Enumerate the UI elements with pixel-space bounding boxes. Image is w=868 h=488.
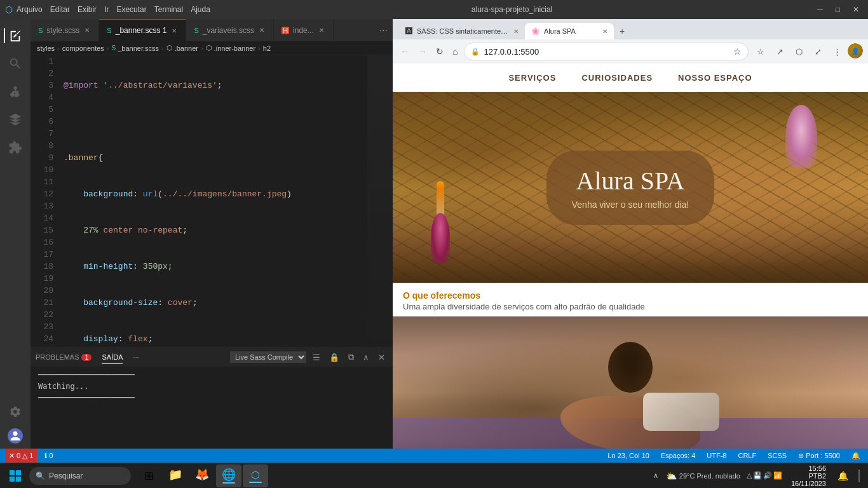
browser-tab-spa-close[interactable]: ✕	[602, 28, 607, 35]
breadcrumb-inner-banner[interactable]: ⬡ .inner-banner	[206, 44, 255, 52]
status-bell[interactable]: 🔔	[849, 452, 863, 460]
panel-list-icon[interactable]: ☰	[310, 351, 323, 363]
tab-style-scss[interactable]: S style.scss ✕	[31, 19, 99, 41]
spa-nav-servicos[interactable]: SERVIÇOS	[508, 71, 556, 85]
tray-volume-icon[interactable]: 🔊	[763, 471, 772, 480]
show-desktop-button[interactable]	[854, 464, 864, 487]
minimize-button[interactable]: ─	[813, 4, 827, 15]
error-icon: ✕	[9, 452, 15, 460]
code-editor[interactable]: 12345 678910 1112131415 1617181920 21222…	[31, 55, 393, 347]
avatar[interactable]	[8, 428, 23, 444]
panel-actions: Live Sass Compile ☰ 🔒 ⧉ ∧ ✕	[230, 351, 388, 363]
panel-collapse-icon[interactable]: ∧	[360, 351, 372, 363]
breadcrumb-banner-selector[interactable]: ⬡ .banner	[166, 44, 198, 52]
panel-lock-icon[interactable]: 🔒	[327, 351, 342, 363]
tab-close-variaveis[interactable]: ✕	[258, 26, 266, 34]
taskbar-chrome[interactable]: 🌐	[216, 464, 241, 487]
browser-new-tab-button[interactable]: +	[614, 23, 630, 39]
clock[interactable]: 15:56 PTB2 16/11/2023	[786, 464, 831, 487]
menu-edit[interactable]: Editar	[50, 5, 70, 14]
tab-banner-scss[interactable]: S _banner.scss 1 ✕	[99, 19, 186, 41]
spa-nav-nosso-espaco[interactable]: NOSSO ESPAÇO	[678, 71, 752, 85]
status-info[interactable]: ℹ 0	[42, 452, 55, 460]
notification-button[interactable]: 🔔	[832, 464, 853, 487]
address-bar[interactable]: 🔒 127.0.0.1:5500 ☆	[464, 43, 749, 60]
activity-search[interactable]	[4, 52, 27, 75]
menu-help[interactable]: Ajuda	[191, 5, 210, 14]
panel-tab-more[interactable]: ···	[133, 351, 139, 363]
address-text: 127.0.0.1:5500	[484, 47, 729, 57]
tab-close-banner[interactable]: ✕	[170, 27, 178, 35]
status-spaces[interactable]: Espaços: 4	[658, 452, 698, 459]
menu-terminal[interactable]: Terminal	[154, 5, 183, 14]
tray-show-hidden[interactable]: ∧	[653, 471, 658, 480]
spa-nav-curiosidades[interactable]: CURIOSIDADES	[581, 71, 653, 85]
browser-profile-avatar[interactable]: 👤	[848, 43, 863, 58]
code-text[interactable]: @import '../abstract/variaveis'; .banner…	[58, 55, 367, 347]
browser-home-button[interactable]: ⌂	[450, 44, 460, 59]
panel-tab-output[interactable]: SAÍDA	[102, 351, 123, 364]
menu-view[interactable]: Exibir	[78, 5, 97, 14]
browser-tab-spa[interactable]: 🌸 Alura SPA ✕	[525, 23, 614, 39]
tray-icons: △ 💾 🔊 📶	[744, 471, 785, 480]
status-cursor[interactable]: Ln 23, Col 10	[605, 452, 651, 459]
activity-explorer[interactable]	[4, 24, 27, 47]
activity-debug[interactable]	[4, 108, 27, 131]
maximize-button[interactable]: □	[832, 4, 844, 15]
start-button[interactable]	[4, 464, 27, 487]
breadcrumb-h2[interactable]: h2	[263, 44, 271, 52]
window-controls[interactable]: ─ □ ✕	[813, 4, 863, 15]
tab-close-index[interactable]: ✕	[318, 26, 325, 34]
taskbar-file-explorer[interactable]: 📁	[163, 464, 188, 487]
tab-close-style[interactable]: ✕	[83, 26, 91, 34]
menu-bar[interactable]: Arquivo Editar Exibir Ir Executar Termin…	[17, 5, 210, 14]
tray-disk-icon[interactable]: 💾	[753, 471, 762, 480]
weather-area[interactable]: ⛅ 29°C Pred. nublado	[663, 471, 743, 481]
status-errors[interactable]: ✕ 0 △ 1	[5, 449, 37, 463]
browser-tab-sass-close[interactable]: ✕	[513, 28, 519, 35]
menu-go[interactable]: Ir	[104, 5, 109, 14]
breadcrumb-styles[interactable]: styles	[37, 44, 55, 52]
close-button[interactable]: ✕	[849, 4, 863, 15]
taskbar-task-view[interactable]: ⊞	[136, 464, 161, 487]
breadcrumb-banner-file[interactable]: S _banner.scss	[112, 44, 159, 52]
browser-reload-button[interactable]: ↻	[433, 44, 446, 59]
clock-time: 15:56	[791, 464, 826, 472]
panel-close-icon[interactable]: ✕	[376, 351, 388, 363]
status-language[interactable]: SCSS	[765, 452, 789, 459]
tray-network-icon[interactable]: 📶	[773, 471, 782, 480]
status-encoding[interactable]: UTF-8	[704, 452, 729, 459]
activity-git[interactable]	[4, 80, 27, 103]
status-port[interactable]: ⊕ Port : 5500	[796, 452, 843, 460]
tray-up-icon[interactable]: △	[747, 471, 752, 480]
tabs-bar: S style.scss ✕ S _banner.scss 1 ✕ S _var…	[31, 19, 393, 41]
panel-dropdown[interactable]: Live Sass Compile	[230, 351, 306, 363]
address-star-icon[interactable]: ☆	[733, 46, 742, 57]
tab-variaveis-scss[interactable]: S _variaveis.scss ✕	[186, 19, 274, 41]
activity-settings[interactable]	[4, 400, 27, 423]
browser-bookmark-icon[interactable]: ☆	[752, 43, 769, 60]
browser-share-icon[interactable]: ↗	[771, 43, 788, 60]
browser-menu-icon[interactable]: ⋮	[829, 43, 845, 60]
spa-banner-content: Alura SPA Venha viver o seu melhor dia!	[546, 151, 714, 225]
activity-extensions[interactable]	[4, 136, 27, 159]
menu-file[interactable]: Arquivo	[17, 5, 43, 14]
panel-tab-problems[interactable]: PROBLEMAS 1	[36, 351, 92, 363]
taskbar-search[interactable]: 🔍 Pesquisar	[29, 467, 131, 485]
taskbar-firefox[interactable]: 🦊	[189, 464, 215, 487]
tab-overflow[interactable]: ···	[374, 19, 393, 41]
breadcrumb-componentes[interactable]: componentes	[62, 44, 104, 52]
tab-index[interactable]: H inde... ✕	[274, 19, 334, 41]
browser-forward-button[interactable]: →	[416, 44, 430, 59]
system-tray: ∧	[649, 471, 662, 480]
browser-back-button[interactable]: ←	[398, 44, 412, 59]
menu-run[interactable]: Executar	[116, 5, 146, 14]
status-line-ending[interactable]: CRLF	[735, 452, 759, 459]
browser-extensions-icon[interactable]: ⬡	[790, 43, 807, 60]
code-line-2	[64, 116, 367, 128]
browser-tab-sass-label: SASS: CSS sintaticamente espe...	[417, 27, 510, 35]
panel-copy-icon[interactable]: ⧉	[346, 351, 356, 363]
browser-tab-sass[interactable]: 🅰 SASS: CSS sintaticamente espe... ✕	[398, 23, 525, 39]
browser-fullscreen-icon[interactable]: ⤢	[810, 43, 826, 60]
taskbar-vscode[interactable]: ⬡	[243, 464, 268, 487]
